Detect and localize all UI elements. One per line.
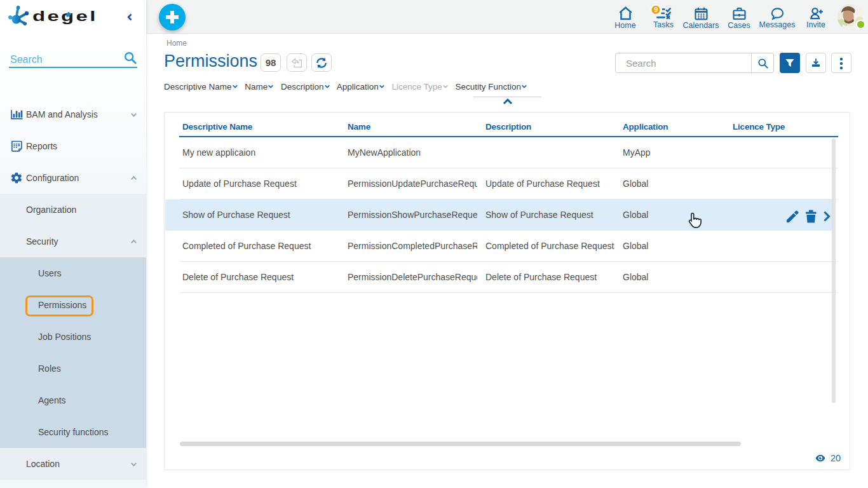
svg-text:degel: degel xyxy=(32,9,98,24)
svg-text:9: 9 xyxy=(654,6,658,13)
